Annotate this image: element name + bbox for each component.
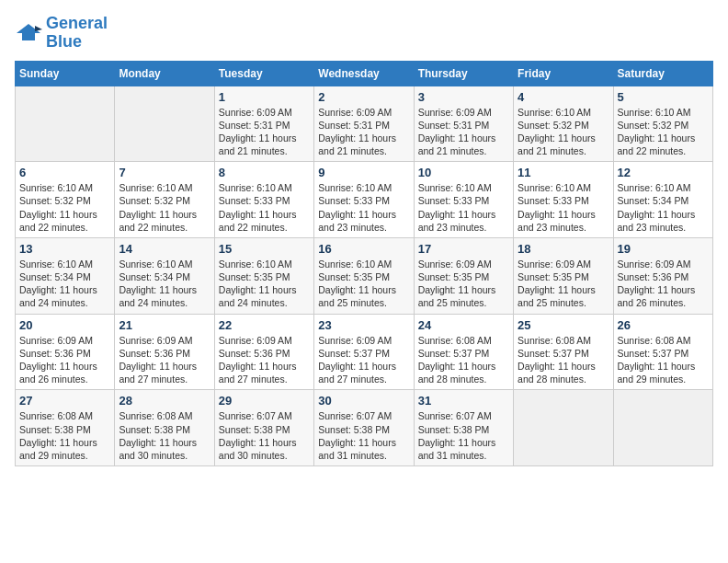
calendar-cell: 31Sunrise: 6:07 AMSunset: 5:38 PMDayligh…: [414, 390, 513, 466]
day-info: Sunrise: 6:09 AMSunset: 5:31 PMDaylight:…: [318, 106, 409, 158]
day-number: 4: [518, 90, 609, 104]
calendar-cell: 5Sunrise: 6:10 AMSunset: 5:32 PMDaylight…: [613, 86, 712, 162]
day-number: 19: [618, 242, 709, 256]
day-info: Sunrise: 6:08 AMSunset: 5:37 PMDaylight:…: [518, 334, 609, 386]
calendar-cell: [613, 390, 712, 466]
calendar-cell: [16, 86, 115, 162]
calendar-cell: 16Sunrise: 6:10 AMSunset: 5:35 PMDayligh…: [314, 237, 414, 314]
weekday-header-tuesday: Tuesday: [214, 61, 313, 86]
calendar-week-4: 20Sunrise: 6:09 AMSunset: 5:36 PMDayligh…: [16, 314, 713, 390]
day-number: 26: [618, 318, 709, 332]
calendar-cell: 20Sunrise: 6:09 AMSunset: 5:36 PMDayligh…: [16, 314, 115, 390]
svg-marker-1: [35, 26, 42, 31]
day-info: Sunrise: 6:10 AMSunset: 5:33 PMDaylight:…: [518, 181, 609, 234]
day-info: Sunrise: 6:10 AMSunset: 5:34 PMDaylight:…: [19, 258, 110, 310]
day-number: 24: [418, 318, 509, 332]
weekday-header-friday: Friday: [514, 61, 613, 86]
day-info: Sunrise: 6:09 AMSunset: 5:36 PMDaylight:…: [119, 334, 210, 386]
day-info: Sunrise: 6:09 AMSunset: 5:31 PMDaylight:…: [418, 106, 509, 158]
day-number: 18: [518, 242, 609, 256]
day-number: 14: [119, 242, 210, 256]
day-number: 13: [19, 242, 110, 256]
day-number: 22: [219, 318, 310, 332]
weekday-header-saturday: Saturday: [613, 61, 712, 86]
day-info: Sunrise: 6:09 AMSunset: 5:37 PMDaylight:…: [318, 334, 409, 386]
day-info: Sunrise: 6:07 AMSunset: 5:38 PMDaylight:…: [219, 409, 310, 462]
weekday-header-row: SundayMondayTuesdayWednesdayThursdayFrid…: [16, 61, 713, 86]
calendar-week-5: 27Sunrise: 6:08 AMSunset: 5:38 PMDayligh…: [16, 390, 713, 466]
day-info: Sunrise: 6:10 AMSunset: 5:32 PMDaylight:…: [618, 106, 709, 158]
logo-bird-icon: [15, 20, 42, 46]
calendar-cell: 9Sunrise: 6:10 AMSunset: 5:33 PMDaylight…: [314, 162, 414, 238]
calendar-header: SundayMondayTuesdayWednesdayThursdayFrid…: [16, 61, 713, 86]
calendar-table: SundayMondayTuesdayWednesdayThursdayFrid…: [15, 61, 713, 466]
day-number: 11: [518, 166, 609, 179]
day-info: Sunrise: 6:08 AMSunset: 5:37 PMDaylight:…: [418, 334, 509, 386]
day-number: 10: [418, 166, 509, 179]
day-info: Sunrise: 6:09 AMSunset: 5:35 PMDaylight:…: [418, 258, 509, 310]
day-number: 17: [418, 242, 509, 256]
day-info: Sunrise: 6:09 AMSunset: 5:31 PMDaylight:…: [219, 106, 310, 158]
day-number: 2: [318, 90, 409, 104]
day-number: 8: [219, 166, 310, 179]
day-info: Sunrise: 6:07 AMSunset: 5:38 PMDaylight:…: [418, 409, 509, 462]
logo-text: General Blue: [46, 15, 108, 52]
day-number: 9: [318, 166, 409, 179]
calendar-cell: 13Sunrise: 6:10 AMSunset: 5:34 PMDayligh…: [16, 237, 115, 314]
calendar-cell: 15Sunrise: 6:10 AMSunset: 5:35 PMDayligh…: [214, 237, 313, 314]
day-number: 25: [518, 318, 609, 332]
day-info: Sunrise: 6:10 AMSunset: 5:32 PMDaylight:…: [518, 106, 609, 158]
calendar-cell: 2Sunrise: 6:09 AMSunset: 5:31 PMDaylight…: [314, 86, 414, 162]
calendar-cell: 18Sunrise: 6:09 AMSunset: 5:35 PMDayligh…: [514, 237, 613, 314]
day-info: Sunrise: 6:08 AMSunset: 5:38 PMDaylight:…: [119, 409, 210, 462]
day-number: 23: [318, 318, 409, 332]
day-number: 16: [318, 242, 409, 256]
day-number: 7: [119, 166, 210, 179]
calendar-cell: 26Sunrise: 6:08 AMSunset: 5:37 PMDayligh…: [613, 314, 712, 390]
day-info: Sunrise: 6:07 AMSunset: 5:38 PMDaylight:…: [318, 409, 409, 462]
calendar-cell: 17Sunrise: 6:09 AMSunset: 5:35 PMDayligh…: [414, 237, 513, 314]
calendar-cell: 21Sunrise: 6:09 AMSunset: 5:36 PMDayligh…: [115, 314, 214, 390]
calendar-week-2: 6Sunrise: 6:10 AMSunset: 5:32 PMDaylight…: [16, 162, 713, 238]
calendar-week-3: 13Sunrise: 6:10 AMSunset: 5:34 PMDayligh…: [16, 237, 713, 314]
day-number: 6: [19, 166, 110, 179]
calendar-cell: 22Sunrise: 6:09 AMSunset: 5:36 PMDayligh…: [214, 314, 313, 390]
calendar-cell: 6Sunrise: 6:10 AMSunset: 5:32 PMDaylight…: [16, 162, 115, 238]
day-info: Sunrise: 6:10 AMSunset: 5:32 PMDaylight:…: [119, 181, 210, 234]
day-info: Sunrise: 6:10 AMSunset: 5:34 PMDaylight:…: [618, 181, 709, 234]
calendar-cell: 19Sunrise: 6:09 AMSunset: 5:36 PMDayligh…: [613, 237, 712, 314]
calendar-body: 1Sunrise: 6:09 AMSunset: 5:31 PMDaylight…: [16, 86, 713, 465]
day-number: 5: [618, 90, 709, 104]
day-number: 27: [19, 394, 110, 408]
day-number: 12: [618, 166, 709, 179]
day-info: Sunrise: 6:10 AMSunset: 5:33 PMDaylight:…: [418, 181, 509, 234]
calendar-cell: 27Sunrise: 6:08 AMSunset: 5:38 PMDayligh…: [16, 390, 115, 466]
day-number: 31: [418, 394, 509, 408]
calendar-cell: 12Sunrise: 6:10 AMSunset: 5:34 PMDayligh…: [613, 162, 712, 238]
day-number: 20: [19, 318, 110, 332]
day-info: Sunrise: 6:08 AMSunset: 5:38 PMDaylight:…: [19, 409, 110, 462]
day-info: Sunrise: 6:09 AMSunset: 5:36 PMDaylight:…: [19, 334, 110, 386]
day-info: Sunrise: 6:10 AMSunset: 5:34 PMDaylight:…: [119, 258, 210, 310]
calendar-week-1: 1Sunrise: 6:09 AMSunset: 5:31 PMDaylight…: [16, 86, 713, 162]
day-info: Sunrise: 6:09 AMSunset: 5:36 PMDaylight:…: [618, 258, 709, 310]
svg-marker-0: [17, 24, 40, 40]
day-number: 21: [119, 318, 210, 332]
calendar-cell: 30Sunrise: 6:07 AMSunset: 5:38 PMDayligh…: [314, 390, 414, 466]
calendar-cell: 25Sunrise: 6:08 AMSunset: 5:37 PMDayligh…: [514, 314, 613, 390]
day-number: 30: [318, 394, 409, 408]
calendar-cell: [115, 86, 214, 162]
day-info: Sunrise: 6:09 AMSunset: 5:35 PMDaylight:…: [518, 258, 609, 310]
day-info: Sunrise: 6:10 AMSunset: 5:32 PMDaylight:…: [19, 181, 110, 234]
calendar-cell: 23Sunrise: 6:09 AMSunset: 5:37 PMDayligh…: [314, 314, 414, 390]
day-number: 28: [119, 394, 210, 408]
day-number: 3: [418, 90, 509, 104]
calendar-cell: 14Sunrise: 6:10 AMSunset: 5:34 PMDayligh…: [115, 237, 214, 314]
day-info: Sunrise: 6:10 AMSunset: 5:33 PMDaylight:…: [318, 181, 409, 234]
day-info: Sunrise: 6:10 AMSunset: 5:35 PMDaylight:…: [318, 258, 409, 310]
calendar-cell: 11Sunrise: 6:10 AMSunset: 5:33 PMDayligh…: [514, 162, 613, 238]
day-info: Sunrise: 6:09 AMSunset: 5:36 PMDaylight:…: [219, 334, 310, 386]
calendar-cell: 4Sunrise: 6:10 AMSunset: 5:32 PMDaylight…: [514, 86, 613, 162]
calendar-cell: 10Sunrise: 6:10 AMSunset: 5:33 PMDayligh…: [414, 162, 513, 238]
calendar-cell: 3Sunrise: 6:09 AMSunset: 5:31 PMDaylight…: [414, 86, 513, 162]
